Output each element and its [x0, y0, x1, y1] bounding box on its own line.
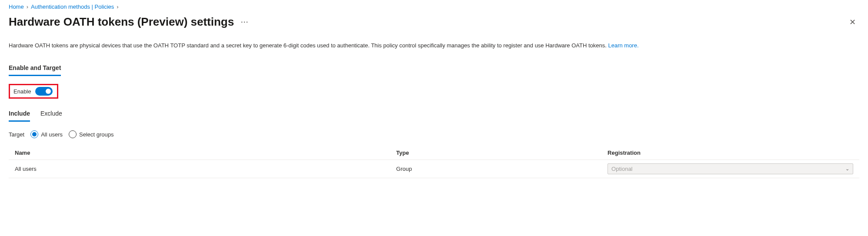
- breadcrumb: Home › Authentication methods | Policies…: [9, 3, 859, 10]
- include-exclude-tabs: Include Exclude: [9, 108, 859, 122]
- radio-all-users[interactable]: All users: [30, 130, 63, 138]
- registration-value: Optional: [611, 166, 632, 172]
- page-header: Hardware OATH tokens (Preview) settings …: [9, 15, 859, 29]
- tab-enable-and-target[interactable]: Enable and Target: [9, 62, 61, 76]
- col-name: Name: [15, 150, 393, 156]
- page-title-text: Hardware OATH tokens (Preview) settings: [9, 15, 234, 29]
- enable-control: Enable: [9, 84, 58, 99]
- col-type: Type: [396, 150, 604, 156]
- table-header: Name Type Registration: [9, 146, 859, 160]
- radio-icon: [69, 130, 77, 138]
- section-tabs: Enable and Target: [9, 62, 859, 76]
- tab-exclude[interactable]: Exclude: [40, 108, 62, 122]
- description-text: Hardware OATH tokens are physical device…: [9, 42, 608, 49]
- page-title: Hardware OATH tokens (Preview) settings …: [9, 15, 249, 29]
- toggle-thumb: [46, 89, 51, 94]
- radio-all-users-label: All users: [41, 131, 63, 138]
- radio-select-groups[interactable]: Select groups: [69, 130, 114, 138]
- more-icon[interactable]: ···: [241, 19, 249, 26]
- close-icon[interactable]: ✕: [846, 16, 859, 29]
- chevron-right-icon: ›: [117, 3, 118, 10]
- breadcrumb-home[interactable]: Home: [9, 3, 24, 10]
- registration-select[interactable]: Optional ⌄: [608, 163, 853, 174]
- description: Hardware OATH tokens are physical device…: [9, 42, 859, 50]
- table-row: All users Group Optional ⌄: [9, 160, 859, 178]
- learn-more-link[interactable]: Learn more.: [608, 42, 638, 49]
- cell-type: Group: [396, 166, 604, 172]
- radio-icon: [30, 130, 38, 138]
- targets-table: Name Type Registration All users Group O…: [9, 146, 859, 178]
- tab-include[interactable]: Include: [9, 108, 30, 122]
- breadcrumb-policies[interactable]: Authentication methods | Policies: [31, 3, 114, 10]
- cell-name: All users: [15, 166, 393, 172]
- radio-select-groups-label: Select groups: [79, 131, 114, 138]
- enable-toggle[interactable]: [35, 87, 53, 96]
- target-label: Target: [9, 131, 24, 138]
- col-registration: Registration: [608, 150, 853, 156]
- target-row: Target All users Select groups: [9, 130, 859, 138]
- enable-label: Enable: [13, 88, 31, 95]
- chevron-right-icon: ›: [27, 3, 28, 10]
- chevron-down-icon: ⌄: [845, 166, 849, 172]
